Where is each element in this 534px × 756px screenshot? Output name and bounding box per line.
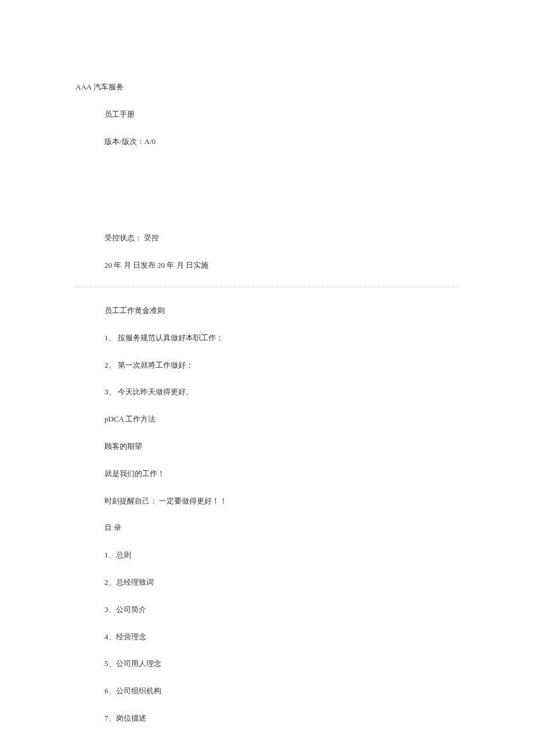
toc-item: 4、经营理念 [75, 631, 459, 643]
toc-title: 目 录 [75, 522, 459, 534]
control-status: 受控状态： 受控 [75, 232, 459, 244]
pdca-reminder: 时刻提醒自己： 一定要做得更好！！ [75, 495, 459, 507]
separator [75, 287, 459, 287]
toc-item: 6、公司组织机构 [75, 685, 459, 697]
issue-date: 20 年 月 日发布 20 年 月 日实施 [75, 260, 459, 272]
document-title: 员工手册 [75, 109, 459, 121]
spacer [75, 163, 459, 232]
pdca-line: 顾客的期望 [75, 441, 459, 453]
version-info: 版本/版次：A/0 [75, 136, 459, 148]
principle-item: 1、 按服务规范认真做好本职工作； [75, 332, 459, 344]
pdca-line: 就是我们的工作！ [75, 468, 459, 480]
toc-item: 3、公司简介 [75, 604, 459, 616]
toc-item: 7、岗位描述 [75, 712, 459, 725]
toc-item: 1、总则 [75, 549, 459, 561]
toc-item: 5、公司用人理念 [75, 658, 459, 670]
principle-item: 2、 第一次就将工作做好； [75, 359, 459, 372]
principle-item: 3、 今天比昨天做得更好。 [75, 386, 459, 398]
principles-title: 员工工作黄金准则 [75, 305, 459, 317]
pdca-title: pDCA 工作方法 [75, 413, 459, 426]
company-name: AAA 汽车服务 [75, 81, 459, 93]
toc-item: 2、总经理致词 [75, 577, 459, 589]
